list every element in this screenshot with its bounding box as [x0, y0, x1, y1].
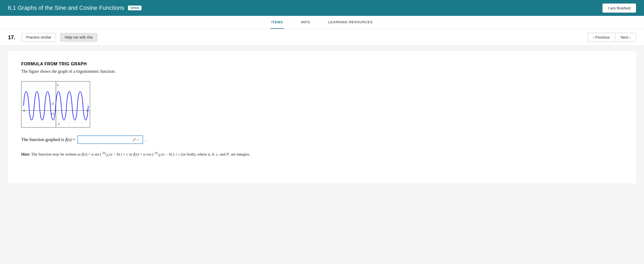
previous-button[interactable]: ‹ Previous [588, 33, 615, 42]
prev-next-group: ‹ Previous Next › [588, 33, 636, 42]
finished-button[interactable]: I am finished [602, 3, 636, 13]
answer-input-wrapper [77, 135, 143, 144]
item-toolbar: 17. Practice similar Help me with this ‹… [0, 29, 644, 46]
tab-learning-resources[interactable]: LEARNING RESOURCES [327, 16, 374, 29]
main-content: FORMULA FROM TRIG GRAPH The figure shows… [8, 51, 636, 183]
section-description: The figure shows the graph of a trigonom… [21, 69, 623, 74]
header-title-group: 6.1 Graphs of the Sine and Cosine Functi… [8, 4, 142, 11]
svg-text:-6: -6 [23, 109, 25, 112]
dropdown-arrow-icon [137, 138, 139, 141]
item-left-controls: 17. Practice similar Help me with this [8, 33, 97, 42]
page-title: 6.1 Graphs of the Sine and Cosine Functi… [8, 4, 124, 11]
tab-info[interactable]: INFO [300, 16, 311, 29]
pencil-button[interactable] [131, 137, 140, 142]
hint-row: Hint: The function may be written as f(x… [21, 150, 623, 158]
trig-graph: -6 6 5 -3 10 10 [21, 81, 90, 128]
next-button[interactable]: Next › [615, 33, 636, 42]
pencil-icon [132, 138, 136, 142]
tab-items[interactable]: ITEMS [270, 16, 284, 29]
answer-input[interactable] [80, 137, 131, 142]
item-number: 17. [8, 34, 15, 40]
section-title: FORMULA FROM TRIG GRAPH [21, 62, 623, 66]
answer-dot: . [145, 137, 147, 143]
svg-text:10: 10 [51, 102, 54, 105]
answer-label: The function graphed is f(x) = [21, 137, 75, 142]
app-header: 6.1 Graphs of the Sine and Cosine Functi… [0, 0, 644, 16]
practice-similar-button[interactable]: Practice similar [22, 33, 56, 42]
answer-row: The function graphed is f(x) = . [21, 135, 623, 144]
svg-text:5: 5 [57, 84, 59, 87]
help-me-button[interactable]: Help me with this [60, 33, 98, 42]
nav-tabs: ITEMS INFO LEARNING RESOURCES [0, 16, 644, 29]
graph-svg: -6 6 5 -3 10 10 [21, 81, 90, 128]
svg-text:-3: -3 [57, 122, 60, 126]
svg-text:10: 10 [51, 112, 54, 115]
hint-label: Hint: [21, 152, 30, 156]
open-badge: OPEN [128, 6, 142, 10]
